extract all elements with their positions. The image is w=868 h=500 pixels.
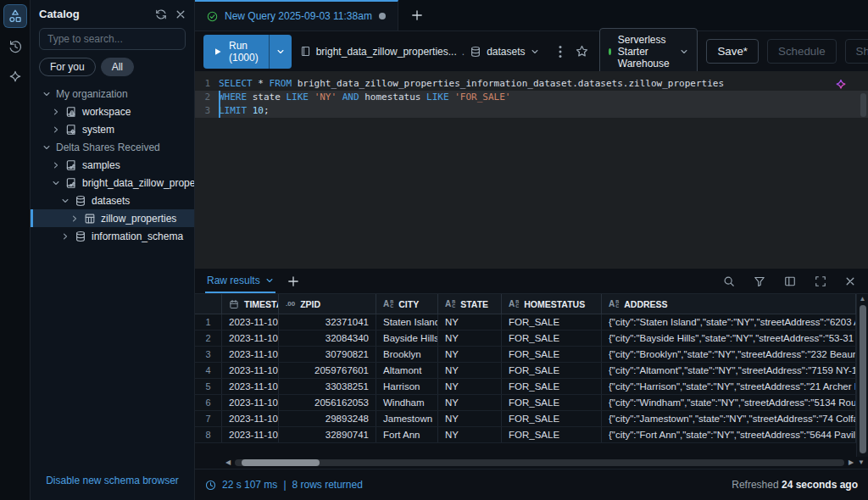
tree-item-zillow-properties[interactable]: zillow_properties [31,209,194,227]
cell-zpid: 30790821 [279,347,376,362]
cell-city: Altamont [376,363,438,378]
tree-item-delta-shares-received[interactable]: Delta Shares Received [31,138,194,156]
chevron-down-icon [42,143,51,152]
close-icon[interactable] [175,9,186,19]
filter-for-you[interactable]: For you [39,58,96,76]
tree-item-workspace[interactable]: workspace [31,103,194,120]
query-toolbar: Run (1000) bright_data_zillow_properties… [195,31,868,71]
line-number: 2 [195,91,219,104]
tree-item-bright-data-zillow-properti-[interactable]: bright_data_zillow_properti... [31,174,194,192]
code-text: WHERE state LIKE 'NY' AND homestatus LIK… [219,91,868,104]
tree-item-system[interactable]: system [31,120,194,138]
cell-homestatus: FOR_SALE [502,331,602,346]
catalog-sidebar: Catalog For you All My organizationworks… [31,0,195,500]
catalog-schema-selector[interactable]: bright_data_zillow_properties... . datas… [300,46,539,58]
cell-city: Brooklyn [376,347,438,362]
catalog-browser-button[interactable] [4,5,26,27]
tree-item-information-schema[interactable]: information_schema [31,227,194,245]
editor-line-3: 3LIMIT 10; [195,104,868,118]
run-button[interactable]: Run (1000) [203,35,269,69]
filter-all[interactable]: All [101,58,134,76]
table-row[interactable]: 42023-11-102059767601AltamontNYFOR_SALE{… [195,363,856,379]
sql-editor[interactable]: 1SELECT * FROM bright_data_zillow_proper… [195,71,868,269]
column-header-city[interactable]: ABCCITY [376,294,438,314]
kebab-menu-icon[interactable] [556,42,565,61]
expand-icon[interactable] [812,273,829,290]
chevron-down-icon [61,197,70,205]
share-button[interactable]: Share [845,39,868,64]
add-visualization-button[interactable] [287,275,299,287]
cell-state: NY [438,427,502,442]
editor-scrollbar-thumb[interactable] [860,93,866,117]
tree-item-samples[interactable]: samples [31,156,194,174]
vertical-scrollbar-thumb[interactable] [860,305,866,453]
catalog-share-icon [65,177,77,189]
column-header-zpid[interactable]: .00ZPID [279,294,376,314]
column-header-address[interactable]: ABCADDRESS [602,294,856,314]
chevron-down-icon [531,47,539,56]
refreshed-status: Refreshed 24 seconds ago [732,479,858,491]
save-button[interactable]: Save* [706,39,759,64]
catalog-filter-pills: For you All [31,58,194,85]
row-number: 5 [195,379,222,394]
column-label: ZPID [300,299,320,309]
query-history-button[interactable] [4,36,26,58]
tree-item-label: samples [82,159,120,171]
tree-item-my-organization[interactable]: My organization [31,85,194,103]
cell-zpid: 2056162053 [279,395,376,410]
table-row[interactable]: 82023-11-1032890741Fort AnnNYFOR_SALE{"c… [195,427,856,443]
column-label: STATE [460,299,488,309]
close-icon[interactable] [843,273,858,290]
warehouse-selector[interactable]: Serverless Starter Warehouse [599,28,698,75]
scroll-left-arrow[interactable]: ◀ [225,459,231,466]
catalog-gear-icon [65,124,77,136]
column-header-timestamp[interactable]: TIMESTAMP [222,294,279,314]
scroll-down-arrow[interactable]: ▼ [858,459,865,466]
scroll-right-arrow[interactable]: ▶ [849,459,854,466]
new-tab-button[interactable] [398,0,436,31]
table-row[interactable]: 72023-11-1029893248JamestownNYFOR_SALE{"… [195,411,856,427]
plus-icon [411,9,423,21]
table-row[interactable]: 32023-11-1030790821BrooklynNYFOR_SALE{"c… [195,347,856,363]
table-row[interactable]: 62023-11-102056162053WindhamNYFOR_SALE{"… [195,395,856,411]
selected-schema: datasets [487,46,525,58]
editor-line-1: 1SELECT * FROM bright_data_zillow_proper… [195,77,868,91]
tree-item-datasets[interactable]: datasets [31,192,194,209]
panel-icon[interactable] [782,273,798,290]
tab-raw-results[interactable]: Raw results [205,269,275,293]
column-header-state[interactable]: ABCSTATE [438,294,502,314]
table-row[interactable]: 12023-11-1032371041Staten IslandNYFOR_SA… [195,314,856,331]
selected-catalog: bright_data_zillow_properties... [316,46,457,58]
table-row[interactable]: 22023-11-1032084340Bayside HillsNYFOR_SA… [195,331,856,347]
assistant-button[interactable] [4,66,26,88]
filter-icon[interactable] [751,273,768,290]
sparkle-icon [8,69,23,85]
string-type-icon: ABC [509,300,519,308]
schedule-button[interactable]: Schedule [767,39,837,64]
column-header-homestatus[interactable]: ABCHOMESTATUS [502,294,602,314]
table-icon [84,213,96,225]
scroll-up-arrow[interactable]: ▲ [857,294,868,304]
cell-city: Bayside Hills [376,331,438,346]
cell-state: NY [438,347,502,362]
cell-address: {"city":"Bayside Hills","state":"NY","st… [602,331,856,346]
search-icon[interactable] [721,273,737,290]
chevron-right-icon [61,232,70,241]
chevron-down-icon [276,47,285,56]
cell-zpid: 32084340 [279,331,376,346]
calendar-icon [229,299,239,309]
tab-new-query[interactable]: New Query 2025-09-03 11:38am [195,0,398,31]
unsaved-dot-icon [379,13,386,19]
horizontal-scrollbar-thumb[interactable] [242,459,320,466]
disable-schema-browser-link[interactable]: Disable new schema browser [46,475,179,486]
cell-homestatus: FOR_SALE [502,411,602,426]
favorite-star-icon[interactable] [573,42,591,60]
run-options-button[interactable] [269,35,292,69]
horizontal-scrollbar-track[interactable] [235,459,844,466]
assistant-sparkle-icon[interactable] [834,78,848,92]
catalog-search-input[interactable] [39,28,186,50]
table-row[interactable]: 52023-11-1033038251HarrisonNYFOR_SALE{"c… [195,379,856,395]
cell-city: Windham [376,395,438,410]
row-number: 2 [195,331,222,346]
refresh-icon[interactable] [155,8,167,20]
